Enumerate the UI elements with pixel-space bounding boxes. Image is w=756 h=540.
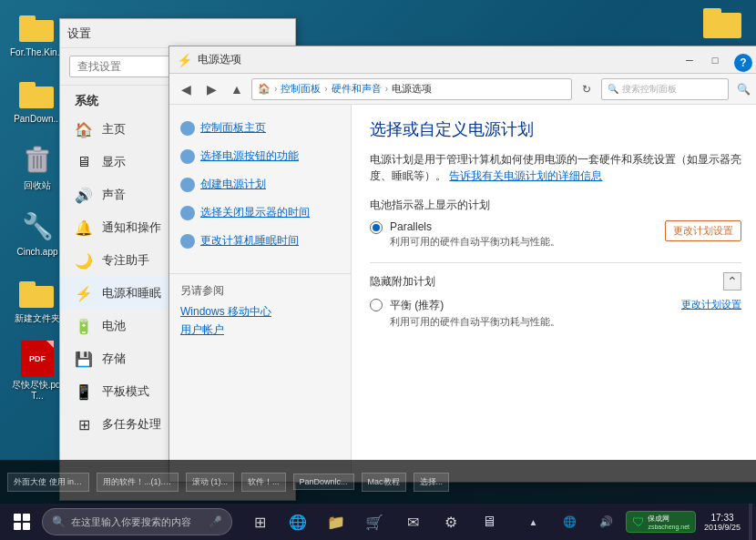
parallels-name: Parallels (390, 220, 665, 233)
security-text-2: zsbacheng.net (648, 524, 690, 530)
tablet-icon: 📱 (75, 382, 93, 401)
taskbar-settings[interactable]: ⚙ (433, 504, 469, 540)
settings-nav-display-label: 显示 (102, 154, 126, 170)
taskbar-edge[interactable]: 🌐 (280, 504, 316, 540)
settings-nav-storage-label: 存储 (102, 351, 126, 367)
sidebar-item-create-plan[interactable]: 创建电源计划 (169, 170, 351, 199)
change-plan-link[interactable]: 更改计划设置 (681, 298, 741, 311)
sidebar-item-power-btn-label: 选择电源按钮的功能 (200, 148, 299, 164)
balanced-details: 平衡 (推荐) 利用可用的硬件自动平衡功耗与性能。 (390, 298, 681, 329)
parallels-radio[interactable] (370, 221, 383, 234)
sidebar-item-sleep-time[interactable]: 更改计算机睡眠时间 (169, 227, 351, 255)
parallels-desc: 利用可用的硬件自动平衡功耗与性能。 (390, 235, 665, 249)
maximize-button[interactable]: □ (703, 51, 727, 69)
minimize-button[interactable]: ─ (678, 51, 701, 69)
settings-nav-power-label: 电源和睡眠 (102, 285, 161, 301)
clock-date: 2019/9/25 (704, 523, 741, 532)
taskbar-search-text: 在这里输入你要搜索的内容 (71, 515, 203, 529)
security-badge[interactable]: 🛡 保成网 zsbacheng.net (626, 511, 696, 533)
back-button[interactable]: ◀ (175, 78, 197, 100)
up-button[interactable]: ▲ (226, 78, 248, 100)
power-description-link[interactable]: 告诉我有关电源计划的详细信息 (449, 169, 602, 182)
sidebar-item-power-btn[interactable]: 选择电源按钮的功能 (169, 142, 351, 170)
settings-titlebar: 设置 (60, 19, 295, 48)
bottom-file-5[interactable]: Mac教程 (362, 473, 406, 492)
taskbar-task-view[interactable]: ⊞ (241, 504, 278, 540)
settings-nav-sound-label: 声音 (102, 187, 126, 203)
sound-icon: 🔊 (75, 186, 93, 204)
taskbar-center-icons: ⊞ 🌐 📁 🛒 ✉ ⚙ 🖥 (241, 504, 507, 540)
taskbar-mail[interactable]: ✉ (394, 504, 431, 540)
show-desktop-button[interactable] (749, 504, 752, 540)
bottom-file-0[interactable]: 外面大使 使用 inttsp... (7, 473, 89, 492)
sidebar-bullet-create-plan (180, 178, 195, 192)
settings-nav-home-label: 主页 (102, 121, 126, 138)
taskbar-search[interactable]: 🔍 在这里输入你要搜索的内容 🎤 (42, 508, 232, 535)
power-title-icon: ⚡ (177, 53, 192, 67)
taskbar-clock[interactable]: 17:33 2019/9/25 (700, 504, 745, 540)
assistant-icon: 🌙 (75, 251, 93, 270)
security-text-1: 保成网 (648, 514, 690, 524)
sidebar-bullet-close-display (180, 206, 195, 220)
bottom-file-2[interactable]: 滚动 (1)... (186, 473, 234, 492)
taskbar-store[interactable]: 🛒 (356, 504, 393, 540)
bottom-file-4[interactable]: PanDownlc... (293, 474, 354, 490)
clock-time: 17:33 (710, 513, 733, 523)
forward-button[interactable]: ▶ (200, 78, 222, 100)
taskbar-chevron[interactable]: ▲ (516, 504, 549, 540)
taskbar-explorer[interactable]: 📁 (318, 504, 354, 540)
power-icon: ⚡ (75, 284, 93, 302)
taskbar-right: ▲ 🌐 🔊 🛡 保成网 zsbacheng.net 17:33 2019/9/2… (516, 504, 752, 540)
power-content: 控制面板主页 选择电源按钮的功能 创建电源计划 选择关闭显示器的时间 更改计算机… (169, 105, 756, 482)
search-bar[interactable]: 🔍 搜索控制面板 (601, 78, 729, 100)
power-description: 电源计划是用于管理计算机如何使用电源的一套硬件和系统设置（如显示器亮度、睡眠等）… (370, 151, 741, 184)
balanced-name: 平衡 (推荐) (390, 298, 681, 313)
breadcrumb-current: 电源选项 (392, 82, 432, 96)
sidebar-item-close-display[interactable]: 选择关闭显示器的时间 (169, 199, 351, 227)
hidden-plans-section: 隐藏附加计划 ⌃ 平衡 (推荐) 利用可用的硬件自动平衡功耗与性能。 更改计划 (370, 262, 741, 329)
change-plan-button[interactable]: 更改计划设置 (665, 220, 741, 241)
settings-nav-assistant-label: 专注助手 (102, 252, 149, 269)
sidebar-item-home-label: 控制面板主页 (200, 120, 266, 136)
svg-rect-2 (34, 147, 41, 151)
bottom-file-1[interactable]: 用的软件！...(1).mp4 (97, 473, 179, 492)
cortana-icon: 🔍 (52, 515, 66, 528)
bottom-file-3[interactable]: 软件！... (241, 473, 286, 492)
breadcrumb-home[interactable]: 控制面板 (281, 82, 321, 96)
battery-icon: 🔋 (75, 317, 93, 335)
home-icon: 🏠 (75, 120, 93, 138)
battery-section-label: 电池指示器上显示的计划 (370, 198, 741, 213)
bottom-file-6[interactable]: 选择... (414, 473, 450, 492)
windows-logo (14, 514, 30, 530)
sidebar-item-create-plan-label: 创建电源计划 (200, 177, 266, 192)
notifications-icon: 🔔 (75, 219, 93, 237)
taskbar-network[interactable]: 🌐 (553, 504, 586, 540)
top-right-folder[interactable] (703, 5, 749, 43)
start-button[interactable] (4, 504, 40, 540)
also-link-users[interactable]: 用户帐户 (180, 322, 340, 338)
balanced-desc: 利用可用的硬件自动平衡功耗与性能。 (390, 315, 681, 329)
sidebar-item-sleep-time-label: 更改计算机睡眠时间 (200, 233, 299, 249)
collapse-button[interactable]: ⌃ (723, 272, 741, 290)
taskbar-display-connect[interactable]: 🖥 (471, 504, 507, 540)
sidebar-item-close-display-label: 选择关闭显示器的时间 (200, 205, 310, 220)
taskbar-volume[interactable]: 🔊 (589, 504, 622, 540)
power-sidebar: 控制面板主页 选择电源按钮的功能 创建电源计划 选择关闭显示器的时间 更改计算机… (169, 105, 352, 482)
parallels-details: Parallels 利用可用的硬件自动平衡功耗与性能。 (390, 220, 665, 249)
refresh-button[interactable]: ↻ (576, 78, 598, 100)
shield-icon: 🛡 (632, 515, 645, 529)
help-button[interactable]: ? (734, 54, 752, 72)
power-window-title: 电源选项 (198, 52, 672, 67)
bottom-bar: 外面大使 使用 inttsp... 用的软件！...(1).mp4 滚动 (1)… (0, 460, 756, 504)
plan-parallels: Parallels 利用可用的硬件自动平衡功耗与性能。 更改计划设置 (370, 220, 741, 249)
search-button[interactable]: 🔍 (732, 78, 754, 100)
breadcrumb-section[interactable]: 硬件和声音 (332, 82, 382, 96)
balanced-radio[interactable] (370, 299, 383, 311)
also-link-mobile[interactable]: Windows 移动中心 (180, 304, 340, 320)
power-main-title: 选择或自定义电源计划 (370, 118, 741, 140)
sidebar-item-home[interactable]: 控制面板主页 (169, 114, 351, 142)
power-titlebar: ⚡ 电源选项 ─ □ ✕ (169, 46, 756, 74)
plan-balanced: 平衡 (推荐) 利用可用的硬件自动平衡功耗与性能。 更改计划设置 (370, 298, 741, 329)
display-icon: 🖥 (75, 153, 93, 171)
hidden-plans-header: 隐藏附加计划 ⌃ (370, 272, 741, 290)
